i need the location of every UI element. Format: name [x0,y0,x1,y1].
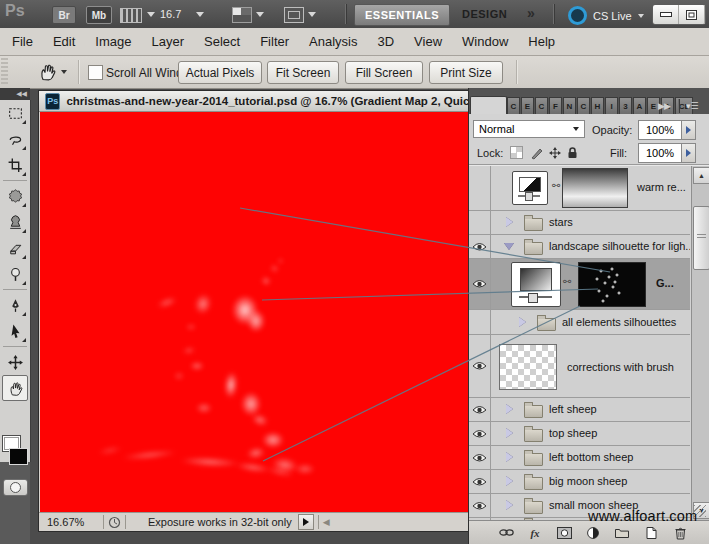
zoom-dropdown-arrow[interactable] [196,12,204,17]
add-layer-mask-icon[interactable] [555,525,573,541]
direct-selection-tool[interactable] [2,318,28,344]
layer-row[interactable]: ⚯ warm re... [469,166,690,211]
hand-tool[interactable] [2,375,28,401]
layer-row[interactable]: left bottom sheep [469,446,690,470]
crop-tool[interactable] [2,152,28,178]
panel-tab-collapsed[interactable]: C [577,97,590,115]
layer-row[interactable]: big moon sheep [469,470,690,494]
scroll-all-windows-checkbox[interactable] [88,65,103,80]
layer-style-icon[interactable]: fx [526,525,544,541]
visibility-toggle[interactable] [469,259,491,309]
visibility-toggle[interactable] [469,470,491,493]
layer-row[interactable]: top sheep [469,422,690,446]
delete-layer-icon[interactable] [671,525,689,541]
menu-filter[interactable]: Filter [250,34,299,49]
hscroll-left-arrow[interactable]: ◀ [323,517,330,527]
link-layers-icon[interactable] [497,525,515,541]
cs-live-menu[interactable]: CS Live [568,6,644,25]
fill-field[interactable]: 100% [638,143,682,163]
menu-3d[interactable]: 3D [367,34,404,49]
pen-tool[interactable] [2,292,28,318]
restore-button[interactable] [679,5,705,24]
menu-edit[interactable]: Edit [43,34,85,49]
opacity-spinner[interactable] [681,120,696,140]
menu-layer[interactable]: Layer [142,34,195,49]
menu-help[interactable]: Help [518,34,565,49]
status-info-icon[interactable] [108,516,121,529]
gradient-mask-thumbnail[interactable] [562,168,628,208]
layer-row[interactable]: corrections with brush [469,335,690,398]
expand-triangle-icon[interactable] [506,452,513,462]
scroll-up-button[interactable]: ▲ [693,167,709,184]
status-menu-button[interactable] [298,514,314,530]
expand-triangle-icon[interactable] [519,317,526,327]
visibility-toggle[interactable] [469,422,491,445]
visibility-toggle[interactable] [469,494,491,517]
expand-triangle-icon[interactable] [506,476,513,486]
layer-row[interactable]: landscape silhouette for ligh... [469,235,690,259]
status-zoom-field[interactable]: 16.67% [39,516,99,528]
menu-window[interactable]: Window [452,34,518,49]
expand-triangle-icon[interactable] [506,428,513,438]
pixel-layer-thumbnail[interactable] [499,344,557,390]
options-bar-grip[interactable] [1,58,8,86]
layer-name[interactable]: left sheep [549,403,597,415]
layer-row-selected[interactable]: ⚯ G... [469,259,690,310]
view-extras-icon[interactable] [120,8,142,23]
panel-tab-collapsed[interactable]: N [563,97,576,115]
expand-triangle-icon[interactable] [506,404,513,414]
marquee-tool[interactable] [2,100,28,126]
screen-mode-icon[interactable] [284,7,304,23]
menu-file[interactable]: File [2,34,43,49]
layer-name[interactable]: warm re... [637,181,686,193]
layers-panel-tab[interactable] [470,96,507,115]
menu-image[interactable]: Image [85,34,141,49]
panel-tab-collapsed[interactable]: I [605,97,618,115]
panel-menu-icon[interactable]: ▾☰ [686,101,699,111]
visibility-toggle[interactable] [469,335,491,397]
layer-name[interactable]: all elements silhouettes [562,316,676,328]
screen-mode-dropdown-arrow[interactable] [308,12,316,17]
adjustment-layer-thumbnail[interactable] [512,171,548,205]
background-color-swatch[interactable] [9,448,28,465]
panel-strip-chevrons[interactable]: ▶▶ [658,101,670,111]
minimize-button[interactable] [653,5,679,24]
visibility-toggle[interactable] [469,310,491,334]
lock-all-icon[interactable] [565,145,580,160]
layer-name[interactable]: top sheep [549,427,597,439]
gradient-map-thumbnail[interactable] [511,262,561,307]
hand-tool-options-icon[interactable] [38,60,68,84]
dodge-tool[interactable] [2,261,28,287]
visibility-toggle[interactable] [469,235,491,258]
layer-name[interactable]: left bottom sheep [549,451,633,463]
menu-view[interactable]: View [404,34,452,49]
expand-triangle-icon[interactable] [506,500,513,510]
panel-tab-collapsed[interactable]: 3 [619,97,632,115]
layer-name[interactable]: corrections with brush [567,361,674,373]
visibility-toggle[interactable] [469,398,491,421]
fill-screen-button[interactable]: Fill Screen [345,61,423,84]
healing-brush-tool[interactable] [2,183,28,209]
eraser-tool[interactable] [2,235,28,261]
opacity-field[interactable]: 100% [638,120,682,140]
move-tool[interactable] [2,349,28,375]
layer-row[interactable]: left sheep [469,398,690,422]
fill-spinner[interactable] [681,143,696,163]
arrange-documents-icon[interactable] [232,7,252,23]
workspace-overflow-chevrons[interactable]: » [527,5,535,21]
lasso-tool[interactable] [2,126,28,152]
view-extras-dropdown-arrow[interactable] [147,12,155,17]
document-tab[interactable]: Ps christmas-and-new-year-2014_tutorial.… [39,91,479,112]
lock-position-icon[interactable] [547,145,562,160]
arrange-documents-dropdown-arrow[interactable] [256,12,264,17]
workspace-design-button[interactable]: DESIGN [462,8,507,20]
layers-scrollbar[interactable]: ▲ ▼ [691,166,709,520]
new-adjustment-layer-icon[interactable] [584,525,602,541]
blend-mode-select[interactable]: Normal [473,120,585,138]
lock-pixels-icon[interactable] [529,145,544,160]
visibility-toggle[interactable] [469,166,491,210]
actual-pixels-button[interactable]: Actual Pixels [178,61,262,84]
panel-tab-collapsed[interactable]: C [507,97,520,115]
new-group-icon[interactable] [613,525,631,541]
panel-tab-collapsed[interactable]: H [591,97,604,115]
